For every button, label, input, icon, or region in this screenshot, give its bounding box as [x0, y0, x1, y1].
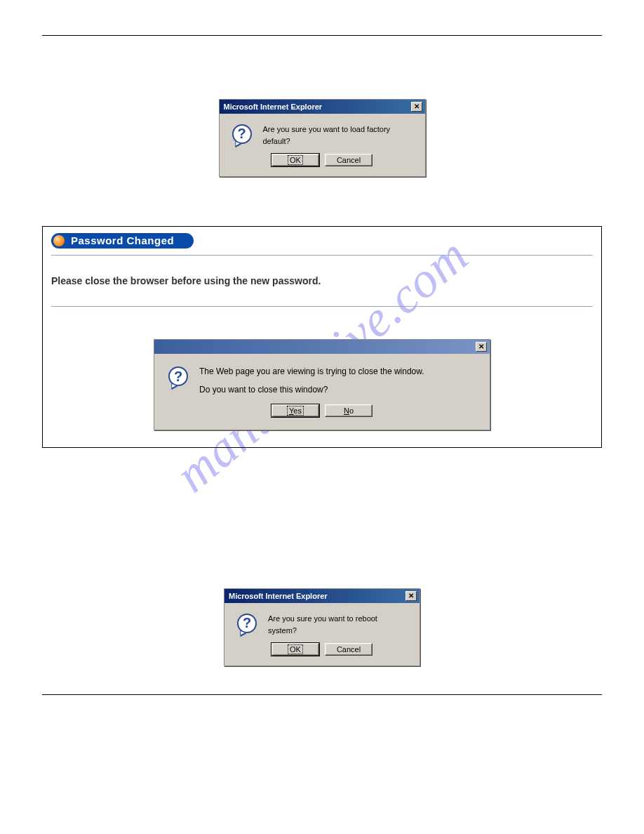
dialog3-title: Microsoft Internet Explorer	[229, 592, 328, 600]
banner-orb-icon	[53, 235, 65, 246]
no-button[interactable]: No	[325, 404, 373, 417]
close-icon[interactable]: ✕	[476, 342, 487, 352]
yes-button[interactable]: Yes	[271, 404, 319, 417]
dialog2-line2: Do you want to close this window?	[199, 385, 424, 395]
question-icon: ?	[168, 366, 191, 389]
dialog1-message: Are you sure you want to load factory de…	[263, 124, 412, 147]
dialog-reboot: Microsoft Internet Explorer ✕ ? Are you …	[224, 588, 420, 666]
dialog2-line1: The Web page you are viewing is trying t…	[199, 366, 424, 376]
dialog2-titlebar: ✕	[154, 340, 490, 354]
dialog1-titlebar: Microsoft Internet Explorer ✕	[220, 100, 425, 114]
panel-divider-1	[51, 255, 593, 256]
dialog2-body: ? The Web page you are viewing is trying…	[154, 354, 490, 430]
cancel-button[interactable]: Cancel	[325, 643, 373, 656]
panel-divider-2	[51, 306, 593, 307]
password-changed-panel: Password Changed Please close the browse…	[42, 226, 602, 448]
page-bottom-rule	[42, 694, 602, 695]
cancel-button[interactable]: Cancel	[325, 154, 373, 166]
panel-instruction: Please close the browser before using th…	[51, 275, 593, 286]
ok-button[interactable]: OK	[271, 643, 319, 656]
dialog1-title: Microsoft Internet Explorer	[224, 102, 323, 111]
close-icon[interactable]: ✕	[411, 102, 422, 112]
panel-banner-text: Password Changed	[67, 233, 181, 249]
dialog3-message: Are you sure you want to reboot system?	[268, 613, 407, 636]
question-icon: ?	[232, 124, 255, 147]
dialog3-titlebar: Microsoft Internet Explorer ✕	[224, 589, 420, 603]
dialog3-body: ? Are you sure you want to reboot system…	[224, 603, 420, 666]
dialog-close-window: ✕ ? The Web page you are viewing is tryi…	[154, 339, 490, 430]
ok-button[interactable]: OK	[271, 154, 319, 166]
question-icon: ?	[237, 614, 260, 636]
close-icon[interactable]: ✕	[405, 591, 417, 601]
dialog-factory-default: Microsoft Internet Explorer ✕ ? Are you …	[219, 99, 426, 177]
panel-banner: Password Changed	[51, 232, 593, 249]
dialog1-body: ? Are you sure you want to load factory …	[220, 114, 425, 176]
